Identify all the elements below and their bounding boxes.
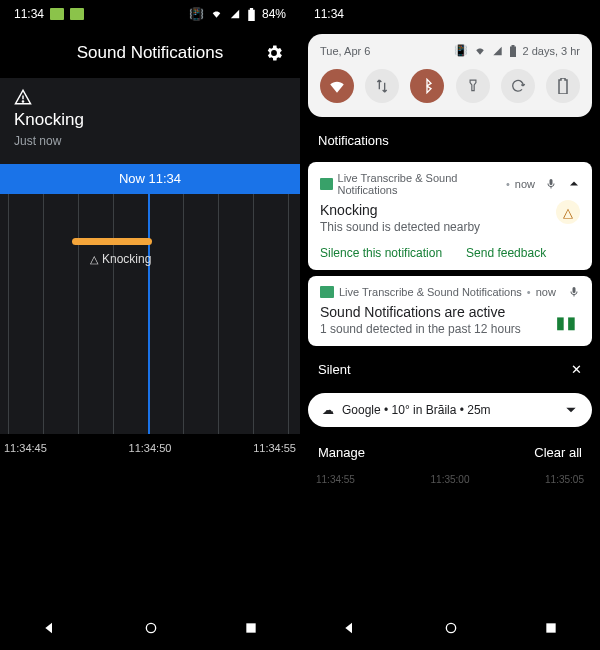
quick-settings-panel: Tue, Apr 6 📳 2 days, 3 hr <box>308 34 592 117</box>
svg-point-4 <box>446 623 455 632</box>
detected-event[interactable]: Knocking Just now <box>0 78 300 164</box>
event-bar <box>72 238 152 245</box>
notif-time: now <box>515 178 535 190</box>
app-header: Sound Notifications <box>0 28 300 78</box>
notif-time: now <box>536 286 556 298</box>
axis-tick: 11:34:45 <box>4 442 47 454</box>
event-time: Just now <box>14 134 286 148</box>
nav-back-button[interactable] <box>42 620 58 636</box>
signal-icon <box>492 46 503 56</box>
settings-button[interactable] <box>264 43 284 63</box>
qs-tile-flashlight[interactable] <box>456 69 490 103</box>
vibrate-icon: 📳 <box>454 44 468 57</box>
mic-icon <box>545 178 557 190</box>
nav-home-button[interactable] <box>143 620 159 636</box>
axis-tick: 11:34:50 <box>129 442 172 454</box>
nav-recent-button[interactable] <box>244 621 258 635</box>
action-feedback[interactable]: Send feedback <box>466 246 546 260</box>
svg-point-1 <box>22 101 23 102</box>
svg-rect-3 <box>246 623 255 632</box>
battery-icon <box>247 8 256 21</box>
notification-shade[interactable]: 11:34 Tue, Apr 6 📳 2 days, 3 hr <box>300 0 600 606</box>
page-title: Sound Notifications <box>77 43 223 63</box>
axis-tick: 11:34:55 <box>253 442 296 454</box>
notification-card[interactable]: Live Transcribe & Sound Notifications • … <box>308 276 592 346</box>
notif-title: Sound Notifications are active <box>320 304 580 320</box>
notifications-header: Notifications <box>300 125 600 156</box>
mic-icon <box>568 286 580 298</box>
nav-recent-button[interactable] <box>544 621 558 635</box>
wifi-icon <box>474 46 486 56</box>
qs-battery-text: 2 days, 3 hr <box>523 45 580 57</box>
event-name: Knocking <box>14 110 286 130</box>
transcribe-icon <box>70 8 84 20</box>
status-bar: 11:34 <box>300 0 600 28</box>
svg-rect-5 <box>546 623 555 632</box>
qs-tile-bluetooth[interactable] <box>410 69 444 103</box>
status-clock: 11:34 <box>14 7 44 21</box>
alert-icon <box>14 88 286 106</box>
svg-point-2 <box>146 623 155 632</box>
cloud-icon: ☁ <box>322 403 334 417</box>
app-icon <box>320 286 334 298</box>
qs-date: Tue, Apr 6 <box>320 45 370 57</box>
clear-all-button[interactable]: Clear all <box>534 445 582 460</box>
notif-body: This sound is detected nearby <box>320 220 580 234</box>
timeline[interactable]: △Knocking <box>0 194 300 434</box>
collapse-icon[interactable] <box>568 178 580 190</box>
battery-icon <box>509 45 517 57</box>
now-marker[interactable]: Now 11:34 <box>0 164 300 194</box>
alert-icon: △ <box>90 253 98 265</box>
nav-bar <box>300 606 600 650</box>
notif-app-name: Live Transcribe & Sound Notifications <box>339 286 522 298</box>
google-card-text: Google • 10° in Brăila • 25m <box>342 403 491 417</box>
nav-home-button[interactable] <box>443 620 459 636</box>
notif-body: 1 sound detected in the past 12 hours <box>320 322 580 336</box>
qs-tile-battery-saver[interactable] <box>546 69 580 103</box>
silent-section: Silent ✕ <box>300 352 600 387</box>
google-weather-card[interactable]: ☁ Google • 10° in Brăila • 25m <box>308 393 592 427</box>
nav-back-button[interactable] <box>342 620 358 636</box>
status-bar: 11:34 📳 84% <box>0 0 300 28</box>
nav-bar <box>0 606 300 650</box>
notification-card[interactable]: Live Transcribe & Sound Notifications • … <box>308 162 592 270</box>
qs-tile-data[interactable] <box>365 69 399 103</box>
battery-percent: 84% <box>262 7 286 21</box>
app-icon <box>320 178 333 190</box>
event-bar-label: △Knocking <box>90 252 151 266</box>
transcribe-icon <box>50 8 64 20</box>
qs-tile-autorotate[interactable] <box>501 69 535 103</box>
pause-icon[interactable]: ▮▮ <box>556 313 578 332</box>
vibrate-icon: 📳 <box>189 7 204 21</box>
background-axis: 11:34:55 11:35:00 11:35:05 <box>300 472 600 487</box>
silent-label: Silent <box>318 362 351 377</box>
status-clock: 11:34 <box>314 7 344 21</box>
action-silence[interactable]: Silence this notification <box>320 246 442 260</box>
manage-button[interactable]: Manage <box>318 445 365 460</box>
qs-tile-wifi[interactable] <box>320 69 354 103</box>
expand-icon[interactable] <box>564 403 578 417</box>
phone-left: 11:34 📳 84% Sound Notifications K <box>0 0 300 650</box>
wifi-icon <box>210 9 223 19</box>
phone-right: 11:34 Tue, Apr 6 📳 2 days, 3 hr <box>300 0 600 650</box>
timeline-axis: 11:34:45 11:34:50 11:34:55 <box>0 434 300 454</box>
notif-app-name: Live Transcribe & Sound Notifications <box>338 172 501 196</box>
alert-icon: △ <box>556 200 580 224</box>
notif-title: Knocking <box>320 202 580 218</box>
signal-icon <box>229 9 241 19</box>
close-icon[interactable]: ✕ <box>571 362 582 377</box>
